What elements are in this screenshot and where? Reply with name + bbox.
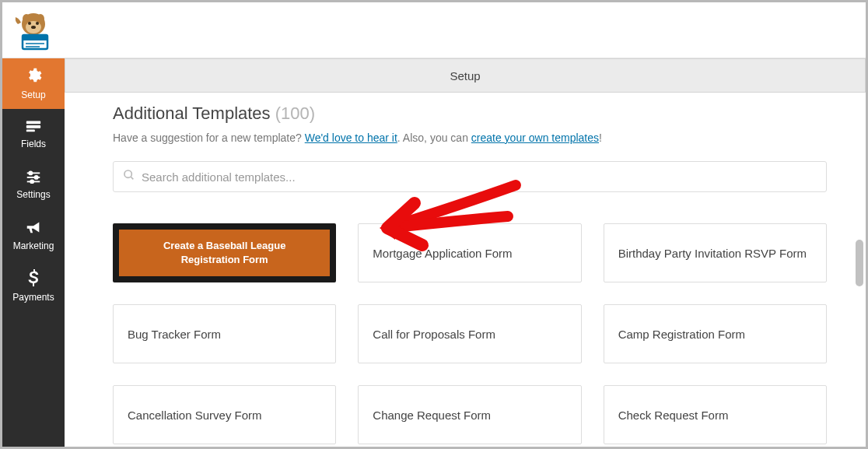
card-label: Mortgage Application Form bbox=[373, 247, 512, 260]
sidebar-item-setup[interactable]: Setup bbox=[2, 58, 65, 109]
top-bar bbox=[2, 2, 866, 58]
template-card[interactable]: Call for Proposals Form bbox=[358, 304, 581, 363]
card-label: Cancellation Survey Form bbox=[128, 409, 262, 422]
body-area: Additional Templates (100) Have a sugges… bbox=[65, 93, 866, 447]
sub-header: Setup bbox=[65, 58, 866, 93]
svg-rect-8 bbox=[23, 35, 47, 40]
template-card[interactable]: Mortgage Application Form bbox=[358, 223, 581, 282]
bullhorn-icon bbox=[25, 219, 42, 237]
card-label: Check Request Form bbox=[618, 409, 729, 422]
create-template-button[interactable]: Create a Baseball League Registration Fo… bbox=[119, 230, 330, 276]
sidebar-item-marketing[interactable]: Marketing bbox=[2, 210, 65, 261]
svg-point-17 bbox=[35, 176, 38, 179]
sidebar-item-label: Settings bbox=[16, 189, 50, 200]
search-box[interactable] bbox=[113, 161, 827, 192]
card-label: Birthday Party Invitation RSVP Form bbox=[618, 247, 807, 260]
template-card[interactable]: Birthday Party Invitation RSVP Form bbox=[604, 223, 827, 282]
card-label: Camp Registration Form bbox=[618, 328, 745, 341]
sidebar-item-label: Marketing bbox=[13, 240, 54, 251]
svg-point-20 bbox=[124, 170, 131, 177]
svg-point-19 bbox=[30, 180, 33, 183]
app-logo bbox=[12, 10, 52, 51]
heading-count: (100) bbox=[275, 103, 315, 123]
subtitle-prefix: Have a suggestion for a new template? bbox=[113, 132, 305, 144]
template-card-selected[interactable]: Create a Baseball League Registration Fo… bbox=[113, 223, 336, 282]
svg-point-6 bbox=[31, 26, 36, 29]
sub-header-title: Setup bbox=[450, 69, 480, 82]
suggestion-link[interactable]: We'd love to hear it bbox=[305, 132, 397, 144]
scrollbar-thumb[interactable] bbox=[856, 240, 863, 286]
svg-line-21 bbox=[131, 177, 133, 179]
sidebar-item-settings[interactable]: Settings bbox=[2, 160, 65, 210]
search-input[interactable] bbox=[142, 170, 817, 184]
gear-icon bbox=[25, 67, 42, 86]
heading-text: Additional Templates bbox=[113, 103, 271, 123]
sidebar-item-label: Setup bbox=[21, 89, 45, 100]
sliders-icon bbox=[25, 170, 42, 186]
svg-rect-13 bbox=[26, 130, 35, 132]
sidebar-item-payments[interactable]: Payments bbox=[2, 261, 65, 311]
template-grid: Create a Baseball League Registration Fo… bbox=[113, 223, 827, 444]
svg-rect-12 bbox=[26, 125, 40, 128]
card-label: Bug Tracker Form bbox=[128, 328, 221, 341]
sidebar-item-label: Payments bbox=[12, 292, 54, 303]
sidebar: Setup Fields Settings Marketing Payments bbox=[2, 58, 65, 447]
card-label: Change Request Form bbox=[373, 409, 491, 422]
svg-rect-11 bbox=[26, 121, 40, 125]
subtitle-mid: . Also, you can bbox=[397, 132, 471, 144]
sidebar-item-label: Fields bbox=[21, 139, 46, 149]
search-icon bbox=[123, 169, 135, 184]
template-card[interactable]: Cancellation Survey Form bbox=[113, 385, 336, 444]
template-card[interactable]: Bug Tracker Form bbox=[113, 304, 336, 363]
svg-point-4 bbox=[28, 22, 31, 25]
template-card[interactable]: Change Request Form bbox=[358, 385, 581, 444]
template-card[interactable]: Camp Registration Form bbox=[604, 304, 827, 363]
page-title: Additional Templates (100) bbox=[113, 103, 827, 124]
dollar-icon bbox=[28, 269, 39, 289]
card-label: Call for Proposals Form bbox=[373, 328, 495, 341]
fields-icon bbox=[25, 119, 42, 135]
sidebar-item-fields[interactable]: Fields bbox=[2, 109, 65, 160]
subtitle-end: ! bbox=[599, 132, 602, 144]
template-card[interactable]: Check Request Form bbox=[604, 385, 827, 444]
create-own-link[interactable]: create your own templates bbox=[471, 132, 599, 144]
subtitle: Have a suggestion for a new template? We… bbox=[113, 132, 827, 144]
svg-point-5 bbox=[36, 22, 39, 25]
svg-point-15 bbox=[29, 171, 32, 174]
